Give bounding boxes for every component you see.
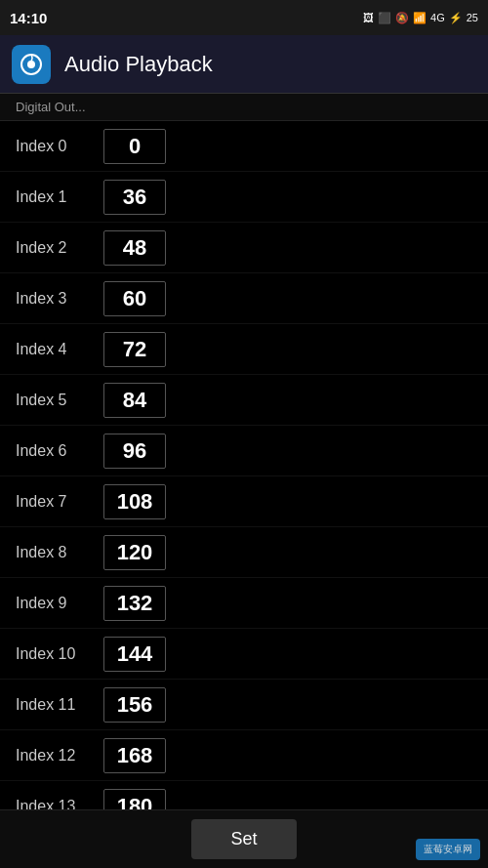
index-value: 132 bbox=[117, 591, 153, 615]
index-value: 144 bbox=[117, 641, 153, 666]
partial-header-text: Digital Out... bbox=[16, 100, 86, 114]
index-label: Index 10 bbox=[16, 645, 103, 663]
index-label: Index 9 bbox=[16, 595, 103, 612]
index-value-box[interactable]: 144 bbox=[103, 637, 166, 672]
index-label: Index 8 bbox=[16, 544, 103, 561]
index-value-box[interactable]: 0 bbox=[103, 129, 166, 164]
index-value: 156 bbox=[117, 692, 153, 717]
index-value: 60 bbox=[123, 286, 146, 310]
index-label: Index 5 bbox=[16, 392, 103, 409]
index-value: 180 bbox=[117, 794, 153, 810]
index-value-box[interactable]: 132 bbox=[103, 586, 166, 621]
index-row[interactable]: Index 248 bbox=[0, 223, 488, 273]
charge-icon: ⚡ bbox=[449, 12, 463, 24]
index-label: Index 2 bbox=[16, 239, 103, 257]
index-label: Index 4 bbox=[16, 341, 103, 358]
app-icon bbox=[12, 45, 51, 84]
svg-point-1 bbox=[27, 61, 35, 68]
index-label: Index 0 bbox=[16, 138, 103, 155]
network-icon: 4G bbox=[430, 12, 445, 23]
index-row[interactable]: Index 12168 bbox=[0, 730, 488, 781]
notification-icon: ⬛ bbox=[378, 12, 391, 24]
index-row[interactable]: Index 8120 bbox=[0, 527, 488, 578]
index-value: 168 bbox=[117, 743, 153, 767]
index-value-box[interactable]: 84 bbox=[103, 383, 166, 418]
index-value-box[interactable]: 168 bbox=[103, 738, 166, 773]
index-row[interactable]: Index 13180 bbox=[0, 781, 488, 809]
status-time: 14:10 bbox=[10, 10, 47, 26]
index-label: Index 3 bbox=[16, 290, 103, 308]
index-row[interactable]: Index 9132 bbox=[0, 578, 488, 629]
index-value: 48 bbox=[123, 235, 146, 260]
index-value-box[interactable]: 156 bbox=[103, 687, 166, 723]
bottom-bar: Set bbox=[0, 809, 488, 868]
index-value-box[interactable]: 48 bbox=[103, 230, 166, 266]
set-button[interactable]: Set bbox=[191, 819, 296, 859]
battery-level: 25 bbox=[467, 12, 478, 23]
index-row[interactable]: Index 696 bbox=[0, 426, 488, 476]
status-icons: 🖼 ⬛ 🔕 📶 4G ⚡ 25 bbox=[363, 12, 478, 24]
index-value: 108 bbox=[117, 489, 153, 514]
index-value: 36 bbox=[123, 185, 146, 209]
watermark: 蓝莓安卓网 bbox=[416, 839, 480, 860]
index-value: 0 bbox=[129, 134, 141, 158]
index-value-box[interactable]: 108 bbox=[103, 484, 166, 519]
wifi-icon: 📶 bbox=[413, 12, 427, 24]
index-value-box[interactable]: 36 bbox=[103, 180, 166, 215]
index-label: Index 7 bbox=[16, 493, 103, 511]
index-value-box[interactable]: 120 bbox=[103, 535, 166, 570]
index-row[interactable]: Index 584 bbox=[0, 375, 488, 426]
index-label: Index 12 bbox=[16, 747, 103, 765]
index-label: Index 6 bbox=[16, 442, 103, 460]
index-value: 84 bbox=[123, 388, 146, 412]
index-label: Index 11 bbox=[16, 696, 103, 714]
partial-header: Digital Out... bbox=[0, 94, 488, 121]
index-value: 96 bbox=[123, 438, 146, 463]
index-value-box[interactable]: 60 bbox=[103, 281, 166, 316]
index-row[interactable]: Index 00 bbox=[0, 121, 488, 172]
index-value-box[interactable]: 180 bbox=[103, 789, 166, 810]
status-bar: 14:10 🖼 ⬛ 🔕 📶 4G ⚡ 25 bbox=[0, 0, 488, 35]
index-value-box[interactable]: 72 bbox=[103, 332, 166, 367]
index-list[interactable]: Index 00Index 136Index 248Index 360Index… bbox=[0, 121, 488, 809]
index-value: 120 bbox=[117, 540, 153, 564]
index-row[interactable]: Index 360 bbox=[0, 273, 488, 324]
app-title: Audio Playback bbox=[64, 52, 213, 77]
index-row[interactable]: Index 136 bbox=[0, 172, 488, 223]
index-value-box[interactable]: 96 bbox=[103, 434, 166, 469]
index-value: 72 bbox=[123, 337, 146, 361]
index-row[interactable]: Index 11156 bbox=[0, 680, 488, 730]
index-label: Index 1 bbox=[16, 188, 103, 206]
photo-icon: 🖼 bbox=[363, 12, 374, 23]
index-row[interactable]: Index 7108 bbox=[0, 476, 488, 527]
index-row[interactable]: Index 10144 bbox=[0, 629, 488, 680]
audio-playback-icon bbox=[20, 53, 43, 76]
mute-icon: 🔕 bbox=[395, 12, 409, 24]
index-label: Index 13 bbox=[16, 798, 103, 810]
app-header: Audio Playback bbox=[0, 35, 488, 94]
index-row[interactable]: Index 472 bbox=[0, 324, 488, 375]
